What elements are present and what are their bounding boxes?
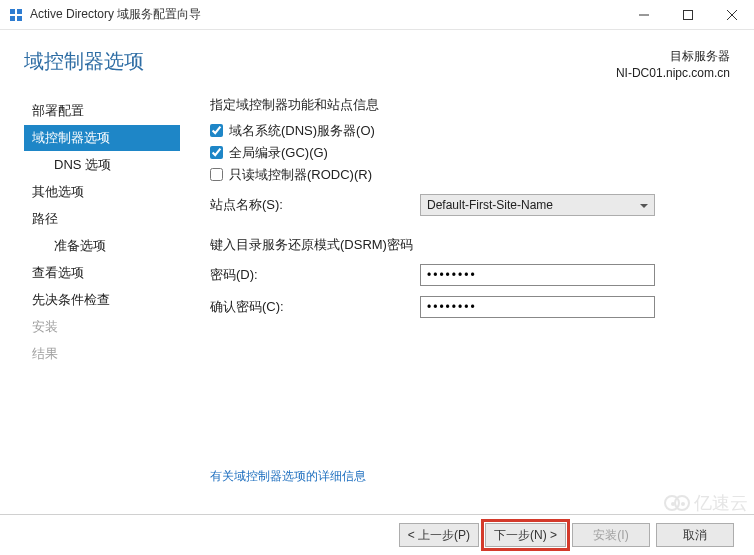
svg-rect-1 bbox=[17, 9, 22, 14]
site-name-dropdown[interactable]: Default-First-Site-Name bbox=[420, 194, 655, 216]
next-button[interactable]: 下一步(N) > bbox=[485, 523, 566, 547]
svg-rect-0 bbox=[10, 9, 15, 14]
page-title: 域控制器选项 bbox=[24, 48, 144, 82]
confirm-password-label: 确认密码(C): bbox=[210, 298, 420, 316]
nav-review-options[interactable]: 查看选项 bbox=[24, 260, 180, 286]
minimize-button[interactable] bbox=[622, 0, 666, 30]
password-row: 密码(D): bbox=[210, 264, 724, 286]
window-title: Active Directory 域服务配置向导 bbox=[30, 6, 622, 23]
dsrm-section-label: 键入目录服务还原模式(DSRM)密码 bbox=[210, 236, 724, 254]
nav-prereq-check[interactable]: 先决条件检查 bbox=[24, 287, 180, 313]
install-button: 安装(I) bbox=[572, 523, 650, 547]
nav-paths[interactable]: 路径 bbox=[24, 206, 180, 232]
checkbox-gc-label: 全局编录(GC)(G) bbox=[229, 144, 328, 162]
svg-rect-2 bbox=[10, 16, 15, 21]
previous-button[interactable]: < 上一步(P) bbox=[399, 523, 479, 547]
checkbox-dns-row[interactable]: 域名系统(DNS)服务器(O) bbox=[210, 122, 724, 140]
checkbox-gc-row[interactable]: 全局编录(GC)(G) bbox=[210, 144, 724, 162]
footer: < 上一步(P) 下一步(N) > 安装(I) 取消 bbox=[0, 514, 754, 555]
confirm-password-row: 确认密码(C): bbox=[210, 296, 724, 318]
body: 部署配置 域控制器选项 DNS 选项 其他选项 路径 准备选项 查看选项 先决条… bbox=[0, 92, 754, 485]
header: 域控制器选项 目标服务器 NI-DC01.nipc.com.cn bbox=[0, 30, 754, 92]
password-input[interactable] bbox=[420, 264, 655, 286]
target-label: 目标服务器 bbox=[616, 48, 730, 65]
svg-rect-5 bbox=[684, 10, 693, 19]
nav-results: 结果 bbox=[24, 341, 180, 367]
password-label: 密码(D): bbox=[210, 266, 420, 284]
app-icon bbox=[8, 7, 24, 23]
watermark-icon bbox=[664, 495, 680, 511]
nav-dns-options[interactable]: DNS 选项 bbox=[24, 152, 180, 178]
svg-rect-3 bbox=[17, 16, 22, 21]
checkbox-rodc[interactable] bbox=[210, 168, 223, 181]
maximize-button[interactable] bbox=[666, 0, 710, 30]
target-server-name: NI-DC01.nipc.com.cn bbox=[616, 65, 730, 82]
nav-deployment-config[interactable]: 部署配置 bbox=[24, 98, 180, 124]
cancel-button[interactable]: 取消 bbox=[656, 523, 734, 547]
confirm-password-input[interactable] bbox=[420, 296, 655, 318]
checkbox-dns-label: 域名系统(DNS)服务器(O) bbox=[229, 122, 375, 140]
checkbox-dns[interactable] bbox=[210, 124, 223, 137]
checkbox-rodc-label: 只读域控制器(RODC)(R) bbox=[229, 166, 372, 184]
close-button[interactable] bbox=[710, 0, 754, 30]
more-info-link[interactable]: 有关域控制器选项的详细信息 bbox=[210, 469, 366, 483]
nav-dc-options[interactable]: 域控制器选项 bbox=[24, 125, 180, 151]
capabilities-label: 指定域控制器功能和站点信息 bbox=[210, 96, 724, 114]
watermark-icon bbox=[674, 495, 690, 511]
target-server-block: 目标服务器 NI-DC01.nipc.com.cn bbox=[616, 48, 730, 82]
site-name-label: 站点名称(S): bbox=[210, 196, 420, 214]
main-panel: 指定域控制器功能和站点信息 域名系统(DNS)服务器(O) 全局编录(GC)(G… bbox=[180, 92, 734, 485]
watermark: 亿速云 bbox=[664, 491, 748, 515]
watermark-text: 亿速云 bbox=[694, 491, 748, 515]
nav-additional-options[interactable]: 其他选项 bbox=[24, 179, 180, 205]
site-name-row: 站点名称(S): Default-First-Site-Name bbox=[210, 194, 724, 216]
sidebar: 部署配置 域控制器选项 DNS 选项 其他选项 路径 准备选项 查看选项 先决条… bbox=[0, 92, 180, 485]
checkbox-rodc-row[interactable]: 只读域控制器(RODC)(R) bbox=[210, 166, 724, 184]
nav-prep-options[interactable]: 准备选项 bbox=[24, 233, 180, 259]
checkbox-gc[interactable] bbox=[210, 146, 223, 159]
site-name-value: Default-First-Site-Name bbox=[427, 198, 553, 212]
nav-install: 安装 bbox=[24, 314, 180, 340]
titlebar: Active Directory 域服务配置向导 bbox=[0, 0, 754, 30]
spacer bbox=[210, 318, 724, 468]
